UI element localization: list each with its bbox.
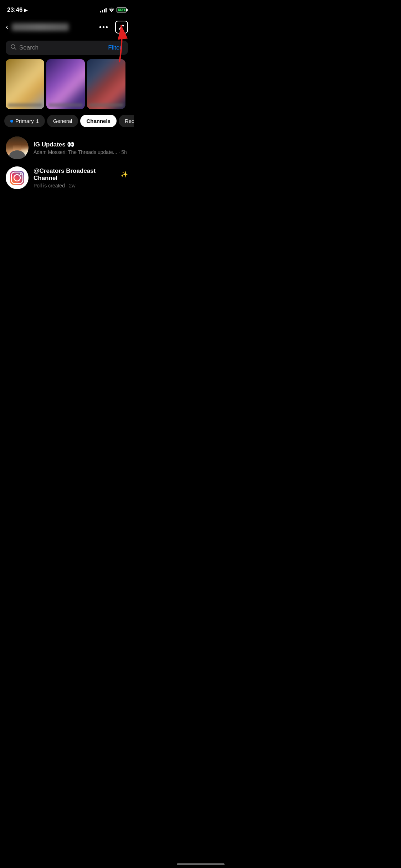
header-title-blurred (12, 23, 69, 31)
ig-updates-name-text: IG Updates (34, 141, 66, 148)
signal-bar-1 (100, 11, 101, 12)
channel-info-creators: @Creators Broadcast Channel ✨ Poll is cr… (34, 167, 128, 188)
location-icon: ▶ (24, 7, 27, 13)
tab-primary[interactable]: Primary 1 (4, 115, 45, 127)
story-thumb-2[interactable] (46, 59, 85, 109)
channel-info-ig-updates: IG Updates 👀 Adam Mosseri: The Threads u… (34, 141, 128, 155)
channel-item-ig-updates[interactable]: IG Updates 👀 Adam Mosseri: The Threads u… (6, 133, 128, 163)
tabs-row: Primary 1 General Channels Requests (0, 115, 134, 133)
signal-bar-4 (106, 8, 107, 12)
signal-bar-3 (104, 9, 105, 12)
time-display: 23:46 (7, 6, 22, 14)
ig-updates-emoji: 👀 (67, 141, 74, 148)
creators-emoji: ✨ (120, 171, 128, 178)
story-name-2 (48, 103, 83, 107)
channel-avatar-creators (6, 166, 29, 189)
ig-updates-preview-text: Adam Mosseri: The Threads update... (34, 149, 117, 155)
more-options-button[interactable]: ••• (99, 23, 109, 31)
creators-name-text: @Creators Broadcast Channel (34, 167, 119, 182)
search-placeholder: Search (19, 44, 38, 51)
channel-preview-ig-updates: Adam Mosseri: The Threads update... · 5h (34, 149, 128, 155)
battery-level: 100 (119, 9, 124, 12)
search-icon (11, 44, 16, 51)
tab-primary-badge: 1 (36, 118, 39, 124)
header-left: ‹ (6, 22, 69, 32)
status-icons: 100 (100, 7, 127, 13)
status-time: 23:46 ▶ (7, 6, 27, 14)
signal-bars (100, 7, 107, 12)
ig-updates-avatar-image (6, 136, 29, 159)
filter-button[interactable]: Filter (108, 44, 123, 51)
creators-time: · 2w (66, 183, 76, 188)
story-name-1 (8, 103, 42, 107)
svg-point-6 (20, 174, 22, 175)
tab-general-label: General (53, 118, 72, 124)
tab-channels[interactable]: Channels (80, 115, 117, 127)
search-container: Search Filter (0, 38, 134, 59)
battery-indicator: 100 (117, 7, 127, 12)
story-image-1 (6, 59, 44, 109)
search-bar[interactable]: Search Filter (6, 41, 128, 55)
tab-general[interactable]: General (47, 115, 78, 127)
creators-preview-text: Poll is created (34, 183, 65, 188)
channel-avatar-ig-updates (6, 136, 29, 159)
tab-requests-label: Requests (125, 118, 134, 124)
story-name-3 (89, 103, 123, 107)
header-right: ••• (99, 21, 128, 33)
channel-name-creators: @Creators Broadcast Channel ✨ (34, 167, 128, 182)
story-image-2 (46, 59, 85, 109)
channel-name-ig-updates: IG Updates 👀 (34, 141, 128, 148)
tab-channels-label: Channels (86, 118, 110, 124)
header: ‹ ••• (0, 18, 134, 38)
channel-preview-creators: Poll is created · 2w (34, 183, 128, 188)
story-image-3 (87, 59, 125, 109)
channel-item-creators[interactable]: @Creators Broadcast Channel ✨ Poll is cr… (6, 163, 128, 193)
svg-line-2 (15, 48, 16, 50)
primary-dot (10, 120, 13, 123)
battery-fill: 100 (118, 9, 125, 11)
stories-row (0, 59, 134, 115)
channel-list: IG Updates 👀 Adam Mosseri: The Threads u… (0, 133, 134, 193)
tab-primary-label: Primary (15, 118, 34, 124)
status-bar: 23:46 ▶ 100 (0, 0, 134, 18)
back-button[interactable]: ‹ (6, 22, 8, 32)
story-thumb-3[interactable] (87, 59, 125, 109)
wifi-icon (109, 7, 114, 13)
story-thumb-1[interactable] (6, 59, 44, 109)
ig-updates-time: · 5h (118, 149, 127, 155)
signal-bar-2 (102, 10, 103, 12)
tab-requests[interactable]: Requests (119, 115, 134, 127)
compose-button[interactable] (115, 21, 128, 33)
